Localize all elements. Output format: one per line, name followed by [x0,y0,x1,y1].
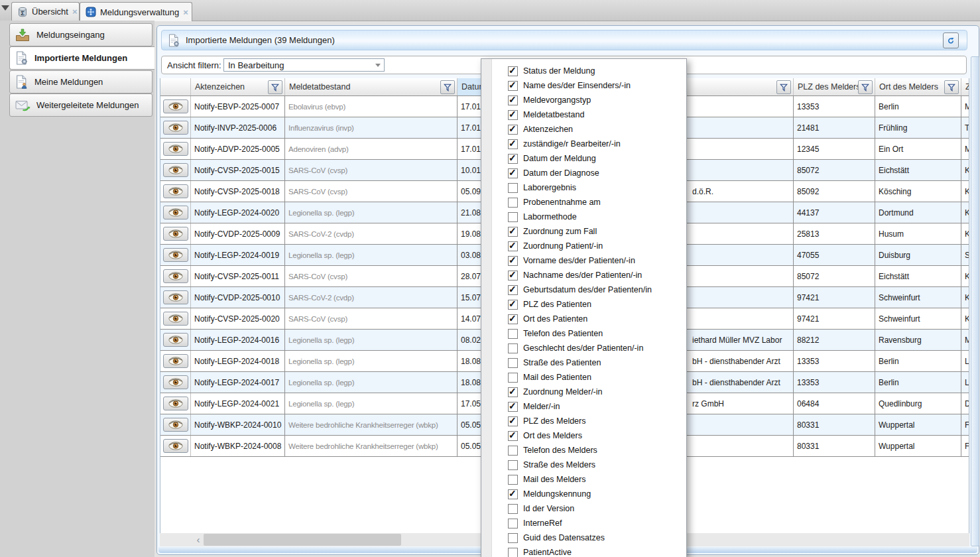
checkbox[interactable] [508,446,518,456]
checkbox[interactable] [508,402,518,412]
view-row-button[interactable] [163,121,188,135]
checkbox[interactable] [508,125,518,135]
checkbox[interactable] [508,271,518,280]
close-icon[interactable] [183,7,188,17]
column-chooser-item[interactable]: Melder/-in [481,399,686,414]
column-chooser-item[interactable]: PLZ des Melders [481,414,686,428]
filter-funnel-icon[interactable] [944,80,959,94]
column-chooser-item[interactable]: Vorname des/der Patienten/-in [481,253,686,268]
column-chooser-item[interactable]: zuständige/r Bearbeiter/-in [481,137,686,151]
view-row-button[interactable] [163,227,188,241]
checkbox[interactable] [508,416,518,426]
column-chooser-item[interactable]: Geburtsdatum des/der Patienten/in [481,282,686,297]
checkbox[interactable] [508,489,518,499]
sidebar-item-importierte-meldungen[interactable]: Importierte Meldungen [9,46,154,70]
checkbox[interactable] [508,95,518,105]
checkbox[interactable] [508,241,518,251]
vertical-scrollbar[interactable] [971,56,979,546]
view-row-button[interactable] [163,375,188,389]
tab-uebersicht[interactable]: Σ Übersicht [11,2,80,21]
column-chooser-item[interactable]: PatientActive [481,545,686,557]
refresh-button[interactable] [943,32,959,48]
checkbox[interactable] [508,373,518,383]
view-row-button[interactable] [163,333,188,347]
table-header-ort-melders[interactable]: Ort des Melders [875,78,961,95]
checkbox[interactable] [508,198,518,208]
column-chooser-item[interactable]: Probenentnahme am [481,195,686,210]
view-row-button[interactable] [163,142,188,156]
column-chooser-item[interactable]: Labormethode [481,210,686,224]
checkbox[interactable] [508,548,518,557]
column-chooser-item[interactable]: Meldungskennung [481,487,686,501]
column-chooser-item[interactable]: Straße des Melders [481,458,686,472]
column-chooser-item[interactable]: Laborergebnis [481,180,686,195]
checkbox[interactable] [508,110,518,120]
view-row-button[interactable] [163,184,188,198]
table-header-meldetatbestand[interactable]: Meldetatbestand [285,78,458,95]
column-chooser-item[interactable]: Datum der Diagnose [481,166,686,180]
view-row-button[interactable] [163,354,188,368]
checkbox[interactable] [508,66,518,76]
view-row-button[interactable] [163,248,188,262]
column-chooser-item[interactable]: Mail des Melders [481,472,686,487]
checkbox[interactable] [508,314,518,324]
filter-funnel-icon[interactable] [858,80,873,94]
checkbox[interactable] [508,81,518,91]
view-row-button[interactable] [163,418,188,432]
column-chooser-item[interactable]: Datum der Meldung [481,151,686,166]
checkbox[interactable] [508,154,518,164]
table-header-zu-truncated[interactable]: Zu [961,78,969,95]
checkbox[interactable] [508,183,518,193]
view-row-button[interactable] [163,312,188,326]
checkbox[interactable] [508,460,518,470]
column-chooser-item[interactable]: Geschlecht des/der Patienten/-in [481,341,686,355]
filter-funnel-icon[interactable] [268,80,282,94]
scrollbar-thumb[interactable] [204,534,401,546]
column-chooser-item[interactable]: Meldevorgangstyp [481,93,686,107]
checkbox[interactable] [508,387,518,397]
checkbox[interactable] [508,358,518,368]
column-chooser-item[interactable]: Straße des Patienten [481,355,686,370]
column-chooser-item[interactable]: InterneRef [481,516,686,530]
column-chooser-item[interactable]: PLZ des Patienten [481,297,686,312]
checkbox[interactable] [508,343,518,353]
column-chooser-item[interactable]: Zuordnung Patient/-in [481,239,686,253]
checkbox[interactable] [508,504,518,514]
column-chooser-item[interactable]: Aktenzeichen [481,122,686,137]
column-chooser-item[interactable]: Zuordnung Melder/-in [481,385,686,399]
close-icon[interactable] [72,7,78,17]
view-row-button[interactable] [163,397,188,410]
checkbox[interactable] [508,227,518,237]
column-chooser-item[interactable]: Ort des Patienten [481,312,686,326]
checkbox[interactable] [508,139,518,149]
view-row-button[interactable] [163,206,188,219]
view-row-button[interactable] [163,163,188,177]
column-chooser-item[interactable]: Status der Meldung [481,64,686,78]
column-chooser-item[interactable]: Ort des Melders [481,428,686,443]
checkbox[interactable] [508,431,518,441]
column-chooser-item[interactable]: Telefon des Patienten [481,326,686,341]
checkbox[interactable] [508,329,518,339]
column-chooser-item[interactable]: Id der Version [481,501,686,516]
filter-funnel-icon[interactable] [776,80,791,94]
view-row-button[interactable] [163,99,188,113]
column-chooser-item[interactable]: Mail des Patienten [481,370,686,385]
column-chooser-item[interactable]: Telefon des Melders [481,443,686,458]
tab-meldungsverwaltung[interactable]: Meldungsverwaltung [80,2,192,21]
checkbox[interactable] [508,256,518,266]
view-row-button[interactable] [163,269,188,283]
sidebar-item-weitergeleitete-meldungen[interactable]: Weitergeleitete Meldungen [9,93,153,117]
column-chooser-item[interactable]: Guid des Datensatzes [481,530,686,545]
view-filter-select[interactable]: In Bearbeitung [223,58,385,72]
tab-overflow-chevron-down-icon[interactable] [1,5,9,11]
checkbox[interactable] [508,285,518,295]
chevron-left-icon[interactable] [193,534,204,545]
view-row-button[interactable] [163,290,188,304]
checkbox[interactable] [508,519,518,528]
checkbox[interactable] [508,475,518,485]
sidebar-item-meine-meldungen[interactable]: Meine Meldungen [9,70,153,93]
column-chooser-item[interactable]: Zuordnung zum Fall [481,224,686,239]
checkbox[interactable] [508,300,518,310]
column-chooser-item[interactable]: Meldetatbestand [481,107,686,122]
filter-funnel-icon[interactable] [440,80,455,94]
